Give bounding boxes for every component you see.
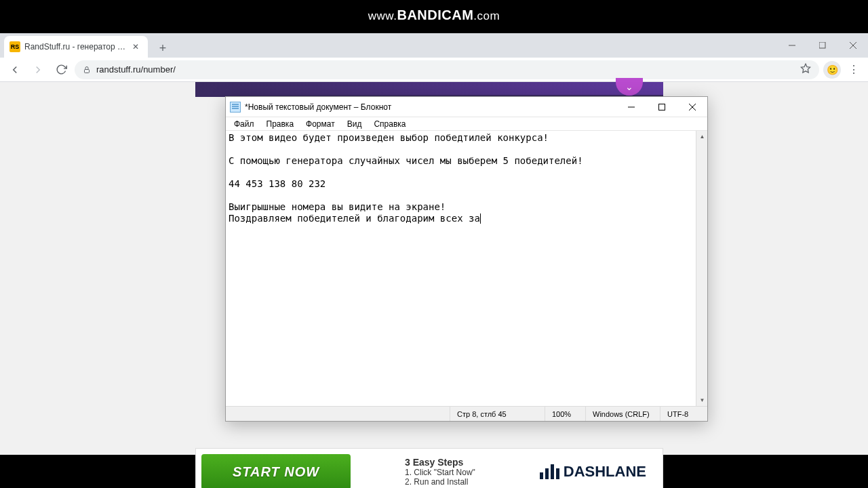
svg-rect-4 <box>85 69 90 73</box>
ad-step-1: 1. Click "Start Now" <box>405 468 475 477</box>
notepad-icon <box>230 102 241 113</box>
notepad-statusbar: Стр 8, стлб 45 100% Windows (CRLF) UTF-8 <box>226 406 707 421</box>
ad-step-2: 2. Run and Install <box>405 477 475 487</box>
tab-title: RandStuff.ru - генератор случай <box>24 42 126 52</box>
notepad-window: *Новый текстовый документ – Блокнот Файл… <box>225 96 708 422</box>
notepad-menubar: Файл Правка Формат Вид Справка <box>226 117 707 131</box>
reload-button[interactable] <box>52 60 71 79</box>
status-encoding: UTF-8 <box>660 407 707 421</box>
menu-file[interactable]: Файл <box>229 119 260 129</box>
notepad-textarea[interactable]: В этом видео будет произведен выбор побе… <box>226 131 696 406</box>
status-eol: Windows (CRLF) <box>585 407 660 421</box>
text-caret <box>480 214 481 224</box>
dashlane-text: DASHLANE <box>564 463 646 481</box>
chrome-maximize-button[interactable] <box>807 33 837 58</box>
menu-edit[interactable]: Правка <box>261 119 300 129</box>
svg-marker-5 <box>801 64 810 73</box>
scroll-down-icon[interactable]: ▼ <box>696 394 707 406</box>
menu-view[interactable]: Вид <box>342 119 368 129</box>
notepad-title: *Новый текстовый документ – Блокнот <box>245 102 391 112</box>
menu-format[interactable]: Формат <box>300 119 340 129</box>
url-text: randstuff.ru/number/ <box>96 64 176 75</box>
status-cursor-pos: Стр 8, стлб 45 <box>450 407 545 421</box>
notepad-minimize-button[interactable] <box>616 97 646 117</box>
ad-steps: 3 Easy Steps 1. Click "Start Now" 2. Run… <box>405 457 475 487</box>
back-button[interactable] <box>5 60 24 79</box>
bookmark-star-icon[interactable] <box>800 63 811 76</box>
lock-icon <box>83 66 91 74</box>
browser-tab[interactable]: RS RandStuff.ru - генератор случай ✕ <box>4 36 148 58</box>
address-bar[interactable]: randstuff.ru/number/ <box>75 60 819 79</box>
site-banner: ⌄ <box>195 82 663 97</box>
notepad-close-button[interactable] <box>677 97 707 117</box>
scrollbar-vertical[interactable]: ▲ ▼ <box>696 131 707 406</box>
chevron-down-icon[interactable]: ⌄ <box>616 78 643 96</box>
favicon: RS <box>9 41 20 52</box>
ad-heading: 3 Easy Steps <box>405 457 475 468</box>
chrome-toolbar: randstuff.ru/number/ 🙂 ⋮ <box>0 58 868 82</box>
menu-help[interactable]: Справка <box>368 119 411 129</box>
chrome-menu-button[interactable]: ⋮ <box>845 61 863 79</box>
scroll-up-icon[interactable]: ▲ <box>696 131 707 142</box>
bandicam-watermark: www.BANDICAM.com <box>368 7 500 23</box>
new-tab-button[interactable]: + <box>153 39 172 58</box>
chrome-close-button[interactable] <box>837 33 868 58</box>
notepad-maximize-button[interactable] <box>646 97 677 117</box>
dashlane-logo: DASHLANE <box>540 463 646 481</box>
chrome-tabstrip: RS RandStuff.ru - генератор случай ✕ + <box>0 33 868 58</box>
svg-rect-7 <box>658 104 665 110</box>
notepad-titlebar[interactable]: *Новый текстовый документ – Блокнот <box>226 97 707 117</box>
start-now-button[interactable]: START NOW <box>201 454 351 488</box>
close-tab-icon[interactable]: ✕ <box>130 41 141 52</box>
advertisement: START NOW 3 Easy Steps 1. Click "Start N… <box>195 448 663 488</box>
forward-button[interactable] <box>28 60 47 79</box>
status-zoom: 100% <box>545 407 585 421</box>
profile-avatar[interactable]: 🙂 <box>823 61 841 79</box>
chrome-minimize-button[interactable] <box>776 33 807 58</box>
svg-rect-1 <box>819 42 825 48</box>
